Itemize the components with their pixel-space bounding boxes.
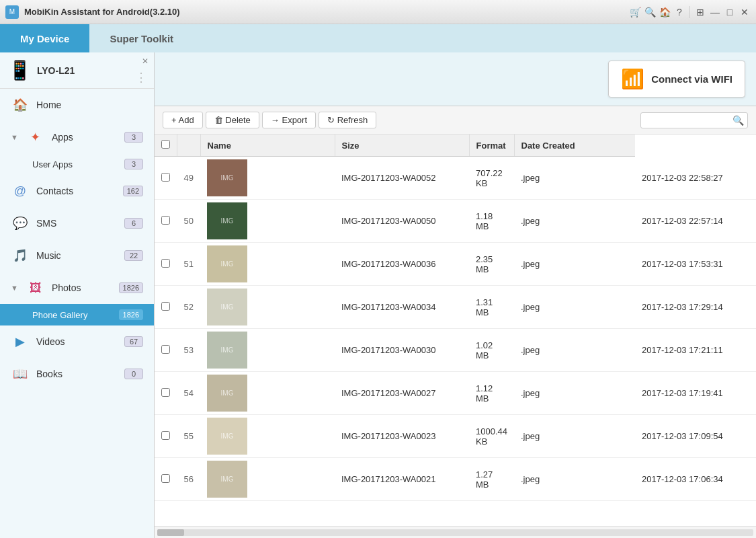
table-row[interactable]: 54 IMG IMG-20171203-WA0027 1.12 MB .jpeg… <box>155 372 756 415</box>
refresh-button[interactable]: ↻ Refresh <box>319 112 376 128</box>
h-scroll-track[interactable] <box>157 529 753 536</box>
home-label: Home <box>36 100 143 110</box>
row-number: 50 <box>177 200 200 243</box>
device-section: 📱 LYO-L21 ✕ ⋮ <box>0 52 154 89</box>
wifi-label: Connect via WIFI <box>651 73 732 85</box>
select-all-checkbox[interactable] <box>161 140 170 149</box>
table-row[interactable]: 51 IMG IMG-20171203-WA0036 2.35 MB .jpeg… <box>155 243 756 286</box>
wifi-icon: 📶 <box>621 68 644 90</box>
row-checkbox[interactable] <box>155 157 177 200</box>
delete-button[interactable]: 🗑 Delete <box>206 112 259 128</box>
search-box[interactable]: 🔍 <box>640 112 748 128</box>
row-format: .jpeg <box>514 157 635 200</box>
row-number: 56 <box>177 458 200 501</box>
row-date: 2017-12-03 17:21:11 <box>635 329 756 372</box>
view-icon[interactable]: ⊞ <box>694 6 706 18</box>
col-size[interactable]: Size <box>335 134 469 157</box>
videos-label: Videos <box>36 336 118 347</box>
tab-my-device[interactable]: My Device <box>0 24 89 52</box>
connect-wifi-button[interactable]: 📶 Connect via WIFI <box>608 61 745 98</box>
row-name: IMG-20171203-WA0027 <box>335 372 469 415</box>
col-format[interactable]: Format <box>469 134 514 157</box>
row-checkbox[interactable] <box>155 243 177 286</box>
table-row[interactable]: 49 IMG IMG-20171203-WA0052 707.22 KB .jp… <box>155 157 756 200</box>
music-badge: 22 <box>124 250 143 261</box>
table-row[interactable]: 55 IMG IMG-20171203-WA0023 1000.44 KB .j… <box>155 415 756 458</box>
minimize-button[interactable]: — <box>709 6 721 18</box>
row-checkbox[interactable] <box>155 286 177 329</box>
content-area: 📶 Connect via WIFI + Add 🗑 Delete → Expo… <box>155 52 756 538</box>
maximize-button[interactable]: □ <box>724 6 736 18</box>
row-format: .jpeg <box>514 286 635 329</box>
sidebar-item-sms[interactable]: 💬 SMS 6 <box>0 207 154 239</box>
table-row[interactable]: 52 IMG IMG-20171203-WA0034 1.31 MB .jpeg… <box>155 286 756 329</box>
row-size: 707.22 KB <box>469 157 514 200</box>
home-icon[interactable]: 🏠 <box>659 6 671 18</box>
row-date: 2017-12-03 17:06:34 <box>635 458 756 501</box>
col-check[interactable] <box>155 134 177 157</box>
sidebar-item-videos[interactable]: ▶ Videos 67 <box>0 325 154 358</box>
music-label: Music <box>36 250 118 261</box>
top-content: 📶 Connect via WIFI <box>155 52 756 106</box>
close-button[interactable]: ✕ <box>739 6 751 18</box>
sidebar-item-books[interactable]: 📖 Books 0 <box>0 358 154 390</box>
search-icon: 🔍 <box>732 115 744 126</box>
add-button[interactable]: + Add <box>163 112 203 128</box>
search-icon[interactable]: 🔍 <box>644 6 656 18</box>
export-button[interactable]: → Export <box>262 112 316 128</box>
row-checkbox[interactable] <box>155 329 177 372</box>
row-number: 53 <box>177 329 200 372</box>
table-row[interactable]: 50 IMG IMG-20171203-WA0050 1.18 MB .jpeg… <box>155 200 756 243</box>
row-format: .jpeg <box>514 415 635 458</box>
row-checkbox[interactable] <box>155 200 177 243</box>
photos-expand-icon: ▼ <box>11 284 18 292</box>
sidebar-item-phone-gallery[interactable]: Phone Gallery 1826 <box>0 304 154 325</box>
horizontal-scrollbar[interactable] <box>155 526 756 538</box>
row-thumbnail: IMG <box>200 372 335 415</box>
contacts-icon: @ <box>11 182 30 200</box>
row-checkbox[interactable] <box>155 458 177 501</box>
sidebar: 📱 LYO-L21 ✕ ⋮ 🏠 Home ▼ ✦ Apps 3 User App… <box>0 52 155 538</box>
help-icon[interactable]: ? <box>673 6 685 18</box>
separator <box>689 6 690 18</box>
sidebar-item-photos[interactable]: ▼ 🖼 Photos 1826 <box>0 272 154 304</box>
phone-gallery-label: Phone Gallery <box>32 310 112 320</box>
row-size: 1.12 MB <box>469 372 514 415</box>
cart-icon[interactable]: 🛒 <box>629 6 641 18</box>
row-format: .jpeg <box>514 200 635 243</box>
row-format: .jpeg <box>514 458 635 501</box>
apps-badge: 3 <box>124 132 143 143</box>
sidebar-item-music[interactable]: 🎵 Music 22 <box>0 239 154 272</box>
row-thumbnail: IMG <box>200 415 335 458</box>
table-container[interactable]: Name Size Format Date Created <box>155 134 756 526</box>
user-apps-label: User Apps <box>32 159 118 169</box>
tab-bar: My Device Super Toolkit <box>0 24 756 52</box>
row-date: 2017-12-03 17:09:54 <box>635 415 756 458</box>
row-number: 49 <box>177 157 200 200</box>
app-icon: M <box>5 5 19 19</box>
row-date: 2017-12-03 22:58:27 <box>635 157 756 200</box>
device-dots: ⋮ <box>135 70 149 85</box>
col-num <box>177 134 200 157</box>
tab-super-toolkit[interactable]: Super Toolkit <box>89 24 194 52</box>
user-apps-badge: 3 <box>124 159 143 169</box>
sidebar-item-user-apps[interactable]: User Apps 3 <box>0 153 154 175</box>
sidebar-item-contacts[interactable]: @ Contacts 162 <box>0 175 154 207</box>
row-checkbox[interactable] <box>155 372 177 415</box>
col-date[interactable]: Date Created <box>514 134 635 157</box>
search-input[interactable] <box>645 115 732 125</box>
books-label: Books <box>36 369 118 379</box>
h-scroll-thumb[interactable] <box>157 529 184 536</box>
row-checkbox[interactable] <box>155 415 177 458</box>
sidebar-item-apps[interactable]: ▼ ✦ Apps 3 <box>0 121 154 153</box>
books-badge: 0 <box>124 369 143 379</box>
row-number: 54 <box>177 372 200 415</box>
row-format: .jpeg <box>514 372 635 415</box>
device-icon: 📱 <box>8 59 32 81</box>
sidebar-item-home[interactable]: 🏠 Home <box>0 89 154 121</box>
col-name[interactable]: Name <box>200 134 335 157</box>
table-row[interactable]: 53 IMG IMG-20171203-WA0030 1.02 MB .jpeg… <box>155 329 756 372</box>
row-number: 51 <box>177 243 200 286</box>
device-close-button[interactable]: ✕ <box>142 56 149 66</box>
table-row[interactable]: 56 IMG IMG-20171203-WA0021 1.27 MB .jpeg… <box>155 458 756 501</box>
